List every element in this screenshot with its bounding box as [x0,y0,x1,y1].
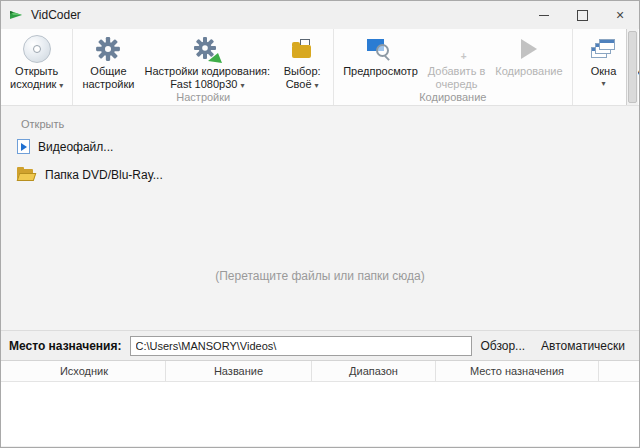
dropdown-caret-icon [312,78,319,90]
disc-icon [23,34,51,64]
minimize-button[interactable] [525,1,563,29]
general-settings-button[interactable]: Общие настройки [77,32,139,93]
destination-label: Место назначения: [9,339,122,353]
open-source-label: Открыть исходник [10,65,63,92]
close-button[interactable]: × [601,1,639,29]
open-dvd-folder-link[interactable]: Папка DVD/Blu-Ray... [17,167,163,182]
preview-label: Предпросмотр [343,65,418,78]
preview-magnifier-icon [367,34,393,64]
browse-button[interactable]: Обзор... [472,337,533,355]
add-to-queue-label: Добавить в очередь [428,65,486,91]
windows-menu-button[interactable]: Окна [577,32,631,91]
open-video-file-label: Видеофайл... [38,140,113,154]
column-header-range[interactable]: Диапазон [312,361,436,381]
play-icon [521,34,537,64]
maximize-icon [577,10,588,21]
dropdown-caret-icon [56,78,63,90]
queue-add-icon [445,34,469,64]
add-to-queue-button[interactable]: Добавить в очередь [423,32,491,93]
window-title: VidCoder [31,8,81,22]
encode-label: Кодирование [495,65,562,78]
ribbon-group-settings: Общие настройки [73,29,334,105]
ribbon-overflow-scrollbar[interactable] [626,29,638,105]
queue-header-row: Исходник Название Диапазон Место назначе… [1,360,639,382]
scrollbar-thumb[interactable] [628,31,637,103]
queue-list[interactable] [1,382,639,446]
stacked-windows-icon [591,34,617,64]
close-icon: × [616,8,624,22]
title-bar: VidCoder × [1,1,639,29]
open-source-button[interactable]: Открыть исходник [5,32,68,94]
dropdown-caret-icon [602,79,606,89]
dropdown-caret-icon [237,78,244,90]
ribbon-toolbar: Открыть исходник [1,29,639,106]
preset-choice-label: Выбор: Своё [284,65,321,92]
preview-button[interactable]: Предпросмотр [338,32,423,80]
auto-naming-button[interactable]: Автоматически [533,337,633,355]
destination-path-input[interactable] [130,336,473,356]
ribbon-group-encoding: Предпросмотр Добавить в очередь Кодирова… [334,29,572,105]
gear-arrow-icon [193,34,221,64]
column-header-title[interactable]: Название [166,361,312,381]
video-file-icon [17,139,30,154]
column-header-destination[interactable]: Место назначения [436,361,599,381]
open-dvd-folder-label: Папка DVD/Blu-Ray... [45,168,163,182]
windows-menu-label: Окна [591,65,617,78]
preset-choice-button[interactable]: Выбор: Своё [275,32,329,94]
minimize-icon [539,15,549,16]
open-folder-icon [17,167,37,182]
window-controls: × [525,1,639,29]
destination-bar: Место назначения: Обзор... Автоматически [1,330,639,360]
general-settings-label: Общие настройки [82,65,134,91]
column-header-source[interactable]: Исходник [3,361,166,381]
column-header-extra [599,361,639,381]
preset-folder-icon [290,34,314,64]
vidcoder-window: VidCoder × Открыть исходник [0,0,640,448]
ribbon-group-label: Кодирование [334,91,571,103]
encode-button[interactable]: Кодирование [490,32,567,80]
ribbon-group-open-source: Открыть исходник [1,29,73,105]
encoding-settings-button[interactable]: Настройки кодирования: Fast 1080p30 [139,32,275,94]
open-video-file-link[interactable]: Видеофайл... [17,139,113,154]
drop-zone[interactable]: Открыть Видеофайл... Папка DVD/Blu-Ray..… [1,106,639,330]
drag-drop-hint: (Перетащите файлы или папки сюда) [1,269,639,283]
open-section-label: Открыть [21,118,64,130]
maximize-button[interactable] [563,1,601,29]
vidcoder-logo-icon [9,8,25,22]
ribbon-group-label: Настройки [73,91,333,103]
encoding-settings-label: Настройки кодирования: Fast 1080p30 [144,65,270,92]
gear-icon [95,34,121,64]
